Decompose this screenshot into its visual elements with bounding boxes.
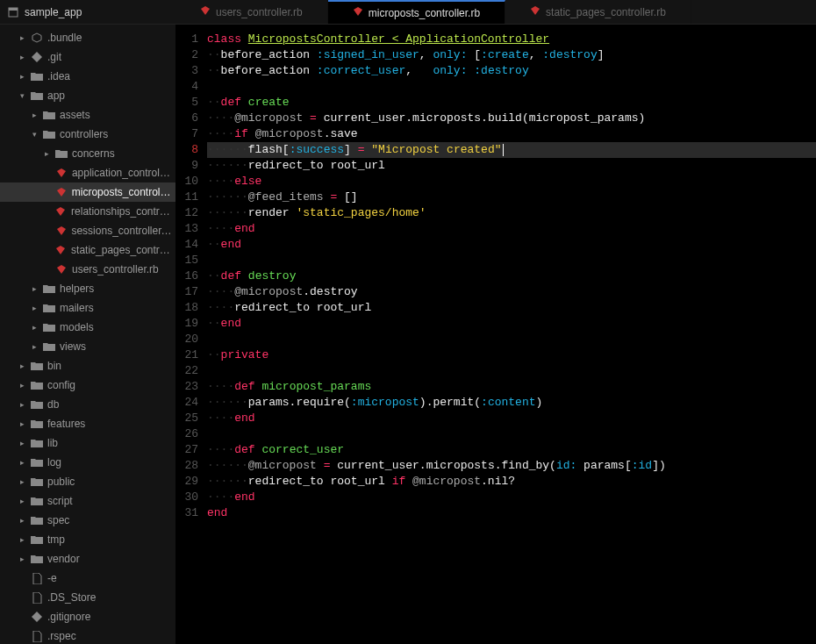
code-line[interactable]: ··before_action :signed_in_user, only: [… [207, 47, 816, 63]
chevron-right-icon[interactable]: ▸ [18, 439, 26, 447]
tree-item[interactable]: ▸models [0, 318, 175, 337]
code-line[interactable]: ····end [207, 411, 816, 426]
folder-icon [31, 380, 43, 390]
editor-tab[interactable]: microposts_controller.rb [328, 0, 505, 24]
tree-item[interactable]: ▾app [0, 86, 175, 105]
tree-item[interactable]: static_pages_contro… [0, 240, 175, 260]
tree-item[interactable]: -e [0, 569, 175, 588]
tree-item[interactable]: ▸mailers [0, 298, 175, 318]
tree-item[interactable]: ▸spec [0, 511, 175, 530]
chevron-right-icon[interactable]: ▸ [18, 72, 26, 81]
tree-item[interactable]: ▸lib [0, 433, 175, 453]
code-line[interactable]: ··private [207, 347, 816, 363]
tree-item[interactable]: application_controll… [0, 163, 175, 182]
code-line[interactable]: class MicropostsController < Application… [207, 32, 816, 47]
tree-item[interactable]: ▸tmp [0, 530, 175, 549]
tree-item[interactable]: ▸db [0, 395, 175, 414]
chevron-right-icon[interactable]: ▸ [18, 477, 26, 486]
code-line[interactable]: ····@micropost.destroy [207, 284, 816, 300]
code-line[interactable]: end [207, 505, 816, 521]
tree-item[interactable]: ▸assets [0, 105, 175, 125]
tree-item[interactable]: .rspec [0, 626, 175, 644]
tree-item[interactable]: ▸bin [0, 356, 175, 376]
tree-item[interactable]: ▸.git [0, 47, 175, 67]
ruby-icon [55, 225, 68, 236]
code-line[interactable]: ··before_action :correct_user, only: :de… [207, 63, 816, 79]
tree-item[interactable]: ▸concerns [0, 144, 175, 163]
tree-item[interactable]: ▸views [0, 337, 175, 356]
code-line[interactable]: ······params.require(:micropost).permit(… [207, 395, 816, 411]
folder-icon [31, 399, 43, 410]
tree-item[interactable]: .DS_Store [0, 588, 175, 607]
tree-item[interactable]: ▸log [0, 453, 175, 472]
code-line[interactable]: ····def micropost_params [207, 379, 816, 395]
code-line[interactable]: ······@feed_items = [] [207, 190, 816, 205]
chevron-right-icon[interactable]: ▸ [30, 284, 39, 293]
chevron-down-icon[interactable]: ▾ [18, 91, 26, 100]
tree-item[interactable]: ▸helpers [0, 279, 175, 298]
code-line[interactable]: ····if @micropost.save [207, 126, 816, 142]
tree-item[interactable]: users_controller.rb [0, 260, 175, 279]
code-line[interactable]: ····def correct_user [207, 442, 816, 458]
tree-item[interactable]: ▾controllers [0, 125, 175, 144]
code-editor[interactable]: 1234567891011121314151617181920212223242… [175, 25, 816, 644]
code-line[interactable] [207, 426, 816, 442]
tree-item[interactable]: ▸config [0, 376, 175, 395]
editor-tab[interactable]: users_controller.rb [175, 0, 328, 24]
code-line[interactable] [207, 332, 816, 347]
line-number: 12 [175, 205, 198, 221]
chevron-right-icon[interactable]: ▸ [18, 381, 26, 390]
tree-item[interactable]: ▸vendor [0, 549, 175, 569]
chevron-right-icon[interactable]: ▸ [30, 342, 39, 351]
tree-item[interactable]: sessions_controller.… [0, 221, 175, 240]
code-line[interactable]: ····@micropost = current_user.microposts… [207, 111, 816, 126]
code-token: :destroy [474, 64, 528, 77]
tree-item[interactable]: ▸features [0, 414, 175, 433]
chevron-right-icon[interactable]: ▸ [18, 458, 26, 467]
chevron-right-icon[interactable]: ▸ [18, 53, 26, 61]
code-line[interactable]: ··def destroy [207, 268, 816, 284]
code-line[interactable] [207, 363, 816, 379]
code-line[interactable]: ····end [207, 490, 816, 505]
chevron-right-icon[interactable]: ▸ [30, 304, 39, 312]
chevron-right-icon[interactable]: ▸ [18, 497, 26, 505]
chevron-right-icon[interactable]: ▸ [18, 400, 26, 409]
chevron-right-icon[interactable]: ▸ [18, 555, 26, 563]
code-line[interactable]: ······flash[:success] = "Micropost creat… [207, 142, 816, 158]
chevron-right-icon[interactable]: ▸ [18, 361, 26, 370]
code-line[interactable]: ··end [207, 316, 816, 332]
code-line[interactable]: ····redirect_to root_url [207, 300, 816, 316]
tree-item[interactable]: ▸.idea [0, 67, 175, 86]
code-line[interactable] [207, 253, 816, 268]
chevron-right-icon[interactable]: ▸ [30, 111, 39, 119]
code-line[interactable]: ····else [207, 174, 816, 190]
tree-item[interactable]: .gitignore [0, 607, 175, 626]
file-tree[interactable]: ▸.bundle▸.git▸.idea▾app▸assets▾controlle… [0, 25, 175, 644]
tree-item-label: .idea [47, 70, 70, 82]
code-token: redirect_to root_url [248, 475, 392, 488]
chevron-down-icon[interactable]: ▾ [30, 130, 39, 139]
code-line[interactable]: ··def create [207, 95, 816, 111]
chevron-right-icon[interactable]: ▸ [18, 419, 26, 428]
chevron-right-icon[interactable]: ▸ [42, 149, 51, 158]
code-content[interactable]: class MicropostsController < Application… [207, 25, 816, 644]
tree-item[interactable]: microposts_controll… [0, 182, 175, 202]
editor-tab[interactable]: static_pages_controller.rb [505, 0, 691, 24]
code-line[interactable]: ····end [207, 221, 816, 237]
tree-item[interactable]: ▸public [0, 472, 175, 491]
code-line[interactable]: ······redirect_to root_url if @micropost… [207, 474, 816, 490]
tree-item[interactable]: relationships_contro… [0, 202, 175, 221]
code-line[interactable]: ··end [207, 237, 816, 253]
tree-item[interactable]: ▸.bundle [0, 28, 175, 47]
code-line[interactable]: ······redirect_to root_url [207, 158, 816, 174]
tree-item[interactable]: ▸script [0, 491, 175, 511]
code-token: ) [536, 396, 543, 409]
chevron-right-icon[interactable]: ▸ [18, 516, 26, 525]
tree-item-label: config [47, 379, 75, 391]
code-line[interactable]: ······@micropost = current_user.micropos… [207, 458, 816, 474]
chevron-right-icon[interactable]: ▸ [18, 535, 26, 544]
code-line[interactable]: ······render 'static_pages/home' [207, 205, 816, 221]
chevron-right-icon[interactable]: ▸ [18, 33, 26, 42]
chevron-right-icon[interactable]: ▸ [30, 323, 39, 332]
code-line[interactable] [207, 79, 816, 95]
